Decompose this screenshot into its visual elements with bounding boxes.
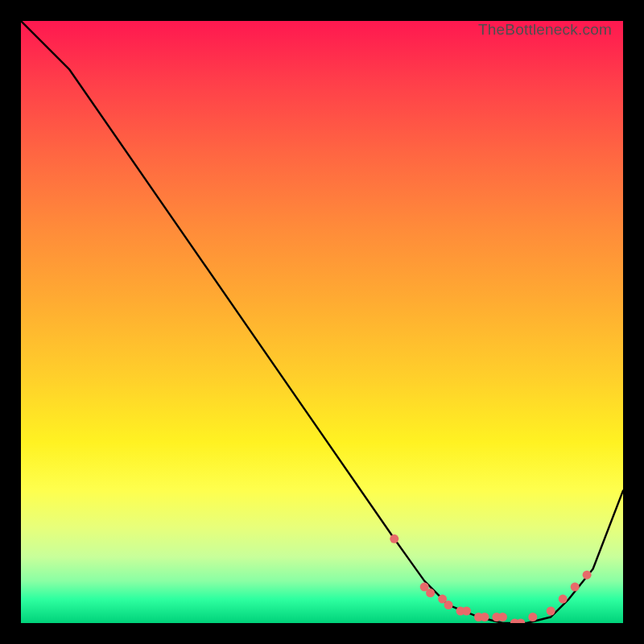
- marker-dot: [426, 588, 435, 597]
- marker-dot: [528, 613, 537, 621]
- attribution-label: TheBottleneck.com: [478, 21, 612, 39]
- marker-dot: [498, 613, 507, 621]
- bottleneck-curve-path: [21, 21, 623, 623]
- marker-dot: [462, 607, 471, 616]
- marker-dot: [559, 595, 568, 604]
- bottleneck-curve-svg: [21, 21, 623, 623]
- marker-dot: [571, 583, 580, 592]
- marker-dot: [444, 601, 453, 609]
- bottleneck-markers-group: [390, 535, 591, 623]
- chart-frame: TheBottleneck.com: [10, 10, 634, 634]
- marker-dot: [481, 613, 489, 621]
- marker-dot: [390, 535, 398, 543]
- marker-dot: [547, 607, 555, 616]
- marker-dot: [583, 571, 592, 580]
- marker-dot: [516, 619, 525, 624]
- chart-plot-area: TheBottleneck.com: [21, 21, 623, 623]
